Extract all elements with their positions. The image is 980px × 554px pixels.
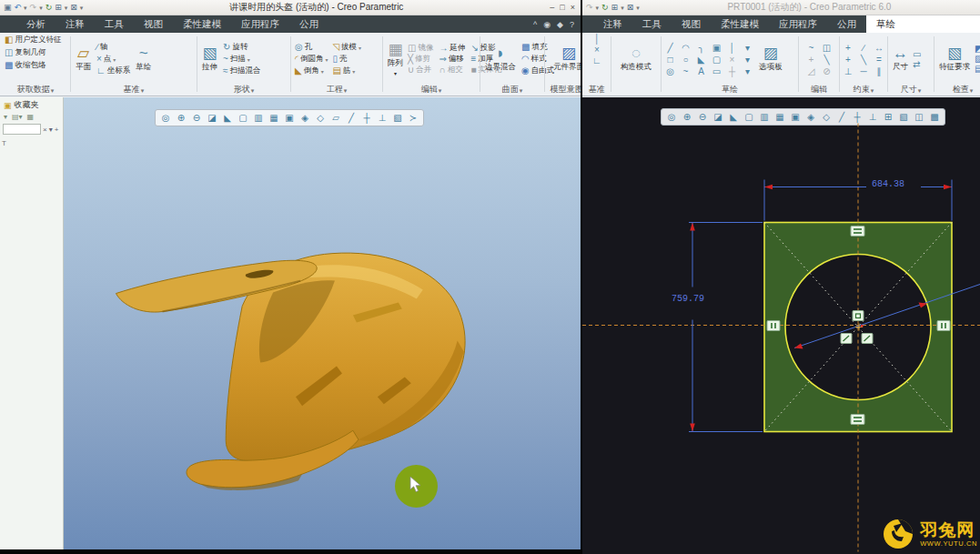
- model-canvas[interactable]: ◎ ⊕ ⊖ ◪ ◣ ▢ ▥ ▦ ▣ ◈ ◇ ▱ ╱ ┼ ⊥ ▧ ≻: [64, 97, 581, 549]
- redo-icon[interactable]: ↷: [586, 4, 593, 12]
- close-window-icon[interactable]: ⊠: [627, 4, 634, 12]
- tab-analysis[interactable]: 分析: [16, 15, 56, 33]
- help-icon[interactable]: ?: [570, 20, 574, 29]
- group-label-editing[interactable]: 编辑: [383, 84, 480, 96]
- merge-button[interactable]: ∪合并: [407, 65, 434, 76]
- hole-button[interactable]: ◎孔: [294, 42, 328, 53]
- centerline-tool-icon[interactable]: │: [594, 35, 600, 44]
- rect2-tool-icon[interactable]: ▭: [711, 66, 722, 76]
- mirror-button[interactable]: ◫镜像: [407, 43, 434, 54]
- tab-sketch-active[interactable]: 草绘: [866, 15, 905, 33]
- line-tool-icon[interactable]: ╱: [664, 43, 676, 53]
- tab-tools[interactable]: 工具: [632, 15, 672, 33]
- group-label-sketch-edit[interactable]: 编辑: [799, 84, 839, 96]
- group-label-surfaces[interactable]: 曲面: [480, 84, 544, 96]
- group-label-sketch-datum[interactable]: 基准: [583, 84, 611, 96]
- thicken-tool-icon[interactable]: ▢: [711, 55, 722, 65]
- trim-button[interactable]: ╳修剪: [407, 54, 434, 65]
- sketch-canvas-area[interactable]: ◎ ⊕ ⊖ ◪ ◣ ▢ ▥ ▦ ▣ ◈ ◇ ╱ ┼ ⊥ ⊞ ▧ ◫: [582, 97, 980, 554]
- rotate-resize-icon[interactable]: +: [805, 55, 817, 65]
- tangent-constraint-icon[interactable]: ∕: [858, 43, 870, 53]
- revolve-button[interactable]: ↻旋转: [222, 42, 262, 53]
- clear-search-icon[interactable]: ×: [43, 126, 47, 134]
- shell-button[interactable]: ▯壳: [331, 54, 362, 65]
- perimeter-dimension-icon[interactable]: ▭: [913, 50, 921, 59]
- shrinkwrap-button[interactable]: ▩收缩包络: [4, 60, 46, 71]
- vertical-constraint-icon[interactable]: +: [843, 43, 854, 53]
- perpendicular-constraint-icon[interactable]: ⊥: [843, 66, 854, 76]
- add-favorite-icon[interactable]: +: [55, 126, 59, 134]
- windows-dropdown-icon[interactable]: ▾: [65, 5, 68, 11]
- group-label-engineering[interactable]: 工程: [291, 84, 382, 96]
- parallel-constraint-icon[interactable]: ∥: [874, 66, 885, 76]
- equal-constraint-icon[interactable]: =: [874, 55, 885, 65]
- coincident-constraint-icon[interactable]: ╲: [858, 55, 870, 65]
- divider-dd-icon[interactable]: ▾: [742, 43, 753, 53]
- tab-view[interactable]: 视图: [134, 15, 173, 33]
- save-icon[interactable]: ▣: [4, 4, 12, 12]
- more-dd-icon[interactable]: ▾: [742, 66, 753, 76]
- options-icon[interactable]: ◆: [557, 20, 563, 29]
- corner-tool-icon[interactable]: ◿: [805, 66, 817, 76]
- plane-button[interactable]: ▱平面: [74, 45, 93, 73]
- mirror2-tool-icon[interactable]: ◫: [821, 43, 833, 53]
- presence-icon[interactable]: ◉: [543, 20, 551, 29]
- component-interface-button[interactable]: ▨元件界面: [551, 45, 581, 73]
- tab-view[interactable]: 视图: [672, 15, 711, 33]
- symmetric-constraint-icon[interactable]: ─: [858, 66, 870, 76]
- tab-annotate[interactable]: 注释: [593, 15, 632, 33]
- midpoint-constraint-center[interactable]: [853, 311, 864, 321]
- windows-icon[interactable]: ⊞: [55, 4, 62, 12]
- equal-length-constraint-left[interactable]: [767, 321, 780, 331]
- tab-common[interactable]: 公用: [289, 15, 328, 33]
- horizontal-constraint-icon[interactable]: +: [843, 55, 854, 65]
- modify-tool-icon[interactable]: ~: [805, 43, 817, 53]
- offset-button[interactable]: ⇒偏移: [438, 54, 466, 65]
- baseline-dimension-icon[interactable]: ⇄: [913, 60, 921, 69]
- close-button[interactable]: ×: [571, 3, 575, 12]
- undo-dropdown-icon[interactable]: ▾: [24, 5, 27, 11]
- group-label-get-data[interactable]: 获取数据: [1, 84, 70, 96]
- udf-button[interactable]: ◧用户定义特征: [4, 35, 62, 45]
- group-label-dimension[interactable]: 尺寸: [888, 84, 934, 96]
- copy-geometry-button[interactable]: ◫复制几何: [4, 47, 46, 58]
- close-window-icon[interactable]: ⊠: [70, 4, 77, 12]
- boundary-blend-button[interactable]: ◗边界混合: [483, 45, 518, 73]
- windows-icon[interactable]: ⊞: [611, 4, 619, 12]
- qat-customize-icon[interactable]: ▾: [636, 5, 640, 11]
- offset-tool-icon[interactable]: ▣: [711, 43, 722, 53]
- regenerate-icon[interactable]: ↻: [601, 4, 609, 12]
- csys-tool-icon[interactable]: ∟: [592, 56, 601, 65]
- extend-button[interactable]: →延伸: [438, 43, 466, 54]
- axis-button[interactable]: ∕轴: [96, 42, 131, 53]
- csys-button[interactable]: ∟坐标系: [96, 65, 131, 76]
- group-label-sketching[interactable]: 草绘: [662, 84, 798, 96]
- extrude-button[interactable]: ▧拉伸: [200, 45, 219, 73]
- point-tool-icon[interactable]: ×: [594, 45, 600, 55]
- height-dimension[interactable]: [689, 223, 763, 432]
- sweep-button[interactable]: ~扫描: [222, 54, 262, 65]
- redo-icon[interactable]: ↷: [30, 4, 37, 12]
- centerline2-tool-icon[interactable]: │: [726, 43, 738, 53]
- group-label-inspect[interactable]: 检查: [935, 84, 980, 96]
- pattern-button[interactable]: ▦阵列▾: [386, 42, 405, 76]
- draft-button[interactable]: ◹拔模: [331, 42, 362, 53]
- redo-dropdown-icon[interactable]: ▾: [596, 5, 600, 11]
- redo-dropdown-icon[interactable]: ▾: [39, 5, 43, 11]
- equal-length-constraint-bottom[interactable]: [851, 415, 864, 425]
- search-dropdown-icon[interactable]: ▾: [49, 126, 53, 134]
- group-label-constrain[interactable]: 约束: [840, 84, 887, 96]
- group-label-shapes[interactable]: 形状: [197, 84, 290, 96]
- windows-dropdown-icon[interactable]: ▾: [621, 5, 624, 11]
- qat-customize-icon[interactable]: ▾: [80, 5, 84, 11]
- swept-blend-button[interactable]: ≈扫描混合: [222, 65, 262, 76]
- favorites-tab[interactable]: ▣ 收藏夹: [0, 97, 63, 112]
- dimension-button[interactable]: ↔ 尺寸: [891, 45, 910, 73]
- regenerate-icon[interactable]: ↻: [45, 4, 53, 12]
- minimize-button[interactable]: –: [550, 3, 554, 12]
- divide-tool-icon[interactable]: ╲: [821, 55, 833, 65]
- rectangle-tool-icon[interactable]: □: [664, 55, 676, 65]
- equal-length-constraint-top[interactable]: [851, 227, 864, 237]
- maximize-button[interactable]: □: [560, 3, 564, 12]
- group-label-datum[interactable]: 基准: [71, 84, 197, 96]
